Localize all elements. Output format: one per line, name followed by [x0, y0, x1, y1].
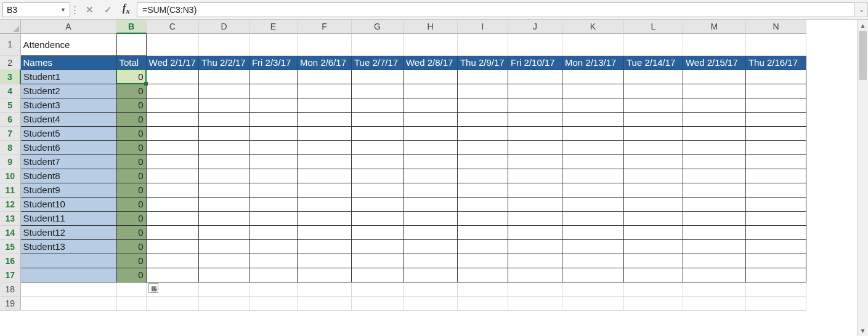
- header-cell[interactable]: Mon 2/6/17: [297, 55, 351, 70]
- row-header-2[interactable]: 2: [0, 55, 20, 70]
- cell[interactable]: [403, 225, 457, 239]
- cell[interactable]: [623, 254, 683, 268]
- cell[interactable]: [623, 183, 683, 197]
- cell[interactable]: [116, 33, 146, 55]
- cell[interactable]: [297, 268, 351, 282]
- column-header-G[interactable]: G: [351, 20, 403, 33]
- cell[interactable]: [403, 169, 457, 183]
- cell[interactable]: [457, 239, 508, 254]
- cell[interactable]: [745, 296, 806, 310]
- header-cell[interactable]: Tue 2/14/17: [623, 55, 683, 70]
- cell[interactable]: [623, 70, 683, 84]
- cell[interactable]: [297, 197, 351, 211]
- cell[interactable]: [745, 183, 806, 197]
- cell[interactable]: [745, 112, 806, 126]
- total-cell[interactable]: 0: [116, 254, 146, 268]
- expand-formula-bar-icon[interactable]: ⌄: [854, 2, 868, 17]
- cell[interactable]: [249, 183, 297, 197]
- cell[interactable]: [457, 84, 508, 98]
- cell[interactable]: [745, 225, 806, 239]
- cell[interactable]: [403, 282, 457, 296]
- cell[interactable]: [683, 70, 745, 84]
- cell[interactable]: [508, 254, 562, 268]
- cell[interactable]: [146, 169, 198, 183]
- header-cell[interactable]: Mon 2/13/17: [562, 55, 623, 70]
- cell[interactable]: [351, 154, 403, 169]
- cell[interactable]: [351, 70, 403, 84]
- cell[interactable]: [351, 282, 403, 296]
- name-box[interactable]: B3 ▼: [2, 2, 70, 17]
- cell[interactable]: [508, 225, 562, 239]
- name-cell[interactable]: Student3: [20, 98, 116, 112]
- cell[interactable]: [351, 225, 403, 239]
- cell[interactable]: [403, 140, 457, 154]
- column-header-D[interactable]: D: [198, 20, 249, 33]
- cell[interactable]: [457, 112, 508, 126]
- total-cell[interactable]: 0: [116, 154, 146, 169]
- cell[interactable]: [297, 154, 351, 169]
- column-header-H[interactable]: H: [403, 20, 457, 33]
- cell[interactable]: [146, 183, 198, 197]
- cell[interactable]: [351, 254, 403, 268]
- cell[interactable]: [562, 98, 623, 112]
- name-cell[interactable]: Student9: [20, 183, 116, 197]
- total-cell[interactable]: 0: [116, 169, 146, 183]
- row-header-18[interactable]: 18: [0, 282, 20, 296]
- cell[interactable]: [562, 268, 623, 282]
- row-header-4[interactable]: 4: [0, 84, 20, 98]
- cell[interactable]: [457, 183, 508, 197]
- cell[interactable]: [562, 84, 623, 98]
- cell[interactable]: [297, 225, 351, 239]
- total-cell[interactable]: 0: [116, 112, 146, 126]
- cell[interactable]: [403, 268, 457, 282]
- cell[interactable]: [508, 33, 562, 55]
- cell[interactable]: [683, 211, 745, 225]
- cell[interactable]: [683, 183, 745, 197]
- name-cell[interactable]: Student6: [20, 140, 116, 154]
- cell[interactable]: [745, 84, 806, 98]
- cell[interactable]: [683, 225, 745, 239]
- row-header-6[interactable]: 6: [0, 112, 20, 126]
- header-cell[interactable]: Thu 2/9/17: [457, 55, 508, 70]
- cell[interactable]: [403, 197, 457, 211]
- cell[interactable]: [745, 254, 806, 268]
- cell[interactable]: [249, 33, 297, 55]
- scroll-down-icon[interactable]: ▼: [858, 325, 868, 336]
- cell[interactable]: [623, 169, 683, 183]
- cell[interactable]: [297, 33, 351, 55]
- cell[interactable]: [683, 282, 745, 296]
- total-cell[interactable]: 0: [116, 84, 146, 98]
- total-cell[interactable]: 0: [116, 70, 146, 84]
- row-header-5[interactable]: 5: [0, 98, 20, 112]
- cell[interactable]: [146, 70, 198, 84]
- cell[interactable]: [683, 84, 745, 98]
- vertical-scrollbar[interactable]: ▲ ▼: [857, 20, 868, 336]
- cell[interactable]: [508, 98, 562, 112]
- total-cell[interactable]: 0: [116, 183, 146, 197]
- title-cell[interactable]: Attendence: [20, 33, 116, 55]
- total-cell[interactable]: 0: [116, 268, 146, 282]
- cell[interactable]: [351, 98, 403, 112]
- select-all-corner[interactable]: [0, 20, 20, 33]
- cell[interactable]: [297, 254, 351, 268]
- cell[interactable]: [745, 197, 806, 211]
- cell[interactable]: [198, 33, 249, 55]
- scroll-thumb[interactable]: [859, 31, 867, 80]
- cell[interactable]: [249, 296, 297, 310]
- autofill-options-icon[interactable]: ▦: [148, 283, 158, 293]
- cell[interactable]: [297, 282, 351, 296]
- cell[interactable]: [249, 126, 297, 140]
- cell[interactable]: [403, 296, 457, 310]
- cell[interactable]: [745, 126, 806, 140]
- cell[interactable]: [683, 154, 745, 169]
- cell[interactable]: [297, 140, 351, 154]
- cell[interactable]: [403, 33, 457, 55]
- cell[interactable]: [249, 211, 297, 225]
- cell[interactable]: [351, 239, 403, 254]
- name-box-dropdown-icon[interactable]: ▼: [60, 7, 66, 13]
- cell[interactable]: [198, 239, 249, 254]
- cell[interactable]: [351, 197, 403, 211]
- cell[interactable]: [508, 268, 562, 282]
- cell[interactable]: [146, 33, 198, 55]
- cell[interactable]: [562, 126, 623, 140]
